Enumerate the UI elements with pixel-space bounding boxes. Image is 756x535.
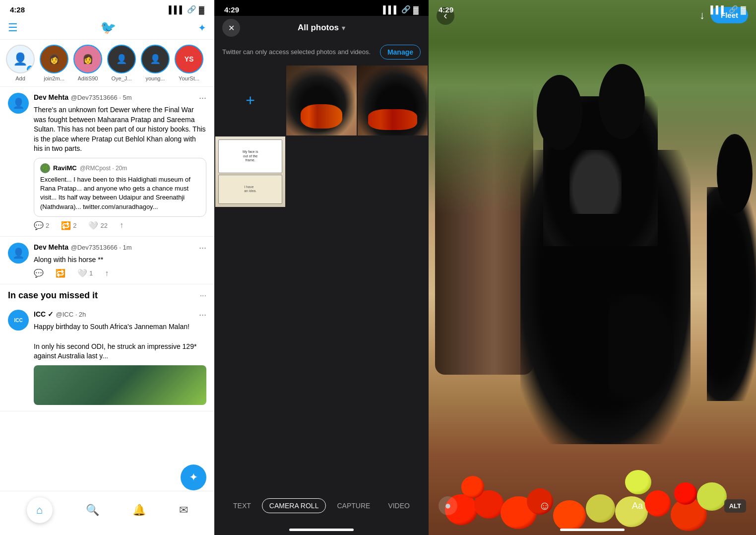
link-icon: 🔗 [187,5,196,14]
time-phone1: 4:28 [10,5,25,14]
tweet2-like-count: 1 [89,269,93,277]
add-photo-cell[interactable]: + [215,66,285,135]
phone-twitter-feed: 4:28 ▌▌▌ 🔗 ▓ ☰ 🐦 ✦ 👤 + Add 👩 join2m... [0,0,214,535]
link-icon-3: 🔗 [729,5,738,14]
tweet1-header: Dev Mehta @Dev73513666 · 5m ··· [34,93,206,103]
bear-photo-2[interactable] [358,66,428,135]
tweet-1: 👤 Dev Mehta @Dev73513666 · 5m ··· There'… [0,87,214,237]
manage-button[interactable]: Manage [380,45,421,60]
story-aditi[interactable]: 👩 AditiS90 [73,45,102,81]
section-more-icon[interactable]: ··· [200,291,206,300]
menu-icon[interactable]: ☰ [8,21,18,34]
tweet1-avatar: 👤 [8,93,29,114]
retweet-icon: 🔁 [61,221,71,230]
tweet1-actions: 💬 2 🔁 2 🤍 22 ↑ [34,221,206,230]
bear-photo-1[interactable] [286,66,356,135]
retweet-count: 2 [73,222,76,229]
bottom-nav: ⌂ 🔍 🔔 ✉ [0,491,214,535]
tweet2-like[interactable]: 🤍 1 [77,268,93,278]
reply-count: 2 [46,222,49,229]
text-style-button[interactable]: Aa [632,501,643,511]
picker-chevron-icon: ▾ [342,24,345,32]
story-join2m[interactable]: 👩 join2m... [40,45,68,81]
close-picker-button[interactable]: ✕ [222,19,240,37]
like-icon: 🤍 [88,221,98,230]
reply-icon: 💬 [34,221,44,230]
tab-video[interactable]: VIDEO [381,499,417,513]
compose-fab[interactable]: ✦ [181,465,206,490]
bear-2-body [707,187,756,401]
tab-camera-roll[interactable]: CAMERA ROLL [262,498,326,513]
tweet2-actions: 💬 🔁 🤍 1 ↑ [34,268,206,278]
quoted-tweet-1[interactable]: 🌿 RaviMC @RMCpost · 20m Excellent... I h… [34,158,206,217]
bear-ear-left [537,75,582,150]
time-phone2: 4:29 [224,5,239,14]
add-avatar: 👤 + [6,45,35,73]
fleet-background-image [429,0,756,535]
tweet2-handle: @Dev73513666 · 1m [70,244,131,251]
mail-nav-icon[interactable]: ✉ [179,504,188,517]
signal-icon-3: ▌▌▌ [710,5,726,14]
close-icon: ✕ [228,23,235,33]
empty-photo-3 [358,136,428,206]
share-action[interactable]: ↑ [120,221,124,230]
tweet2-share-icon: ↑ [105,269,109,278]
phone-photo-picker: 4:29 ▌▌▌ 🔗 ▓ ✕ All photos ▾ Twitter can … [214,0,429,535]
tweet1-text: There's an unknown fort Dewer where the … [34,105,206,154]
bear-2-head [717,134,753,214]
search-nav-icon[interactable]: 🔍 [86,504,99,517]
oyej-avatar: 👤 [107,45,136,73]
icc-more-icon[interactable]: ··· [199,310,206,320]
like-action[interactable]: 🤍 22 [88,221,107,230]
reply-action[interactable]: 💬 2 [34,221,49,230]
tweet2-reply-icon: 💬 [34,268,44,278]
tweet2-share[interactable]: ↑ [105,269,109,278]
link-icon-2: 🔗 [401,5,411,14]
photo-picker-header: ✕ All photos ▾ [214,16,429,40]
picker-title[interactable]: All photos ▾ [298,23,345,33]
fleet-bottom-bar: ● ☺ Aa ALT [429,489,756,535]
tweet2-more-icon[interactable]: ··· [199,243,206,253]
tweet1-user-info: Dev Mehta @Dev73513666 · 5m [34,93,132,102]
tweet2-body: Dev Mehta @Dev73513666 · 1m ··· Along wi… [34,243,206,278]
join2m-avatar: 👩 [40,45,68,73]
status-bar-phone1: 4:28 ▌▌▌ 🔗 ▓ [0,0,214,16]
story-aditi-label: AditiS90 [78,75,98,81]
sparkle-icon[interactable]: ✦ [198,22,206,34]
compose-icon: ✦ [189,471,198,484]
story-young[interactable]: 👤 young... [141,45,170,81]
story-yourst-label: YourSt... [179,75,199,81]
tab-capture[interactable]: CAPTURE [330,499,377,513]
alt-button[interactable]: ALT [724,499,746,513]
status-bar-phone3: 4:29 ▌▌▌ 🔗 ▓ [429,0,756,16]
tab-text[interactable]: TEXT [226,499,258,513]
story-add-label: Add [15,75,25,81]
story-yourst[interactable]: YS YourSt... [175,45,203,81]
tweet1-handle: @Dev73513666 · 5m [70,94,131,101]
status-icons-phone2: ▌▌▌ 🔗 ▓ [383,5,419,14]
icc-text: Happy birthday to South Africa's Jannema… [34,322,206,361]
story-add[interactable]: 👤 + Add [6,45,35,81]
comic-photo-cell[interactable]: My face isout of theframe. I havean idea… [215,136,285,206]
status-icons-phone1: ▌▌▌ 🔗 ▓ [169,5,204,14]
circle-color-button[interactable]: ● [439,496,457,515]
circle-icon: ● [444,499,451,512]
tweet2-retweet[interactable]: 🔁 [56,268,65,278]
time-phone3: 4:29 [439,5,453,14]
tweet2-like-icon: 🤍 [77,268,87,278]
home-nav-button[interactable]: ⌂ [27,497,53,523]
battery-icon-2: ▓ [413,5,419,14]
quoted-handle: @RMCpost · 20m [80,165,127,172]
tweet2-reply[interactable]: 💬 [34,268,44,278]
emoji-button[interactable]: ☺ [539,499,551,513]
story-oyej[interactable]: 👤 Oye_J... [107,45,136,81]
bell-nav-icon[interactable]: 🔔 [132,504,146,517]
status-icons-phone3: ▌▌▌ 🔗 ▓ [710,5,746,14]
story-oyej-label: Oye_J... [112,75,132,81]
twitter-logo: 🐦 [100,20,116,35]
tweet1-more-icon[interactable]: ··· [199,93,206,103]
icc-username: ICC ✓ [34,310,54,318]
retweet-action[interactable]: 🔁 2 [61,221,76,230]
twitter-header: ☰ 🐦 ✦ [0,16,214,40]
icc-handle: @ICC · 2h [56,311,86,318]
